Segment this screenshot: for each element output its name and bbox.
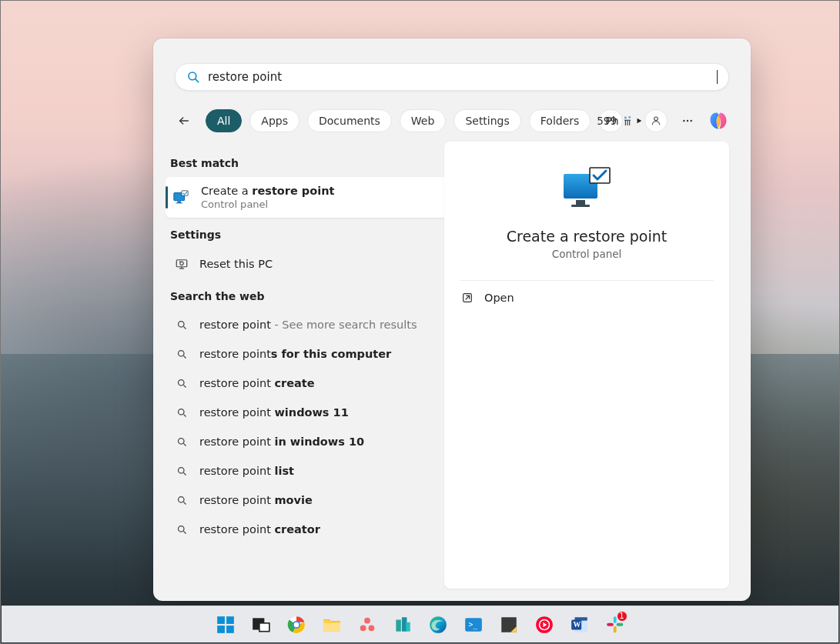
search-icon	[176, 524, 188, 536]
filter-chip-web[interactable]: Web	[400, 109, 447, 132]
svg-line-1	[196, 79, 199, 82]
search-icon	[176, 495, 188, 506]
svg-rect-12	[177, 201, 181, 202]
start-search-window: All Apps Documents Web Settings Folders …	[153, 38, 751, 601]
preview-open-action[interactable]: Open	[455, 281, 718, 315]
svg-line-39	[466, 295, 470, 299]
svg-rect-55	[406, 622, 410, 631]
filter-chip-documents[interactable]: Documents	[307, 109, 392, 132]
slack-badge: 1	[617, 611, 627, 622]
svg-rect-43	[226, 626, 234, 633]
text-cursor	[717, 70, 718, 84]
svg-point-50	[364, 617, 370, 623]
taskbar: >_ W 1	[2, 606, 838, 642]
more-icon	[681, 115, 694, 127]
svg-rect-45	[259, 622, 269, 631]
taskbar-app-asana[interactable]	[352, 609, 383, 640]
search-bar[interactable]	[175, 63, 729, 91]
svg-rect-49	[323, 622, 340, 631]
search-icon	[176, 349, 188, 360]
svg-line-31	[183, 502, 186, 504]
filter-chip-apps[interactable]: Apps	[249, 109, 300, 132]
more-button[interactable]	[678, 109, 697, 132]
svg-rect-15	[176, 260, 187, 267]
svg-rect-70	[613, 626, 616, 632]
svg-rect-42	[217, 626, 225, 633]
svg-line-23	[183, 385, 186, 387]
svg-rect-53	[396, 619, 401, 631]
svg-text:>_: >_	[468, 620, 477, 629]
notes-icon	[499, 615, 519, 635]
svg-line-21	[183, 355, 186, 358]
svg-rect-69	[616, 622, 623, 626]
rewards-points-value: 599	[597, 115, 617, 127]
svg-line-29	[183, 472, 186, 475]
preview-title: Create a restore point	[507, 228, 668, 245]
svg-point-6	[654, 117, 658, 121]
svg-point-22	[178, 379, 184, 385]
svg-rect-41	[226, 616, 234, 624]
back-button[interactable]	[175, 109, 193, 132]
svg-rect-71	[607, 622, 614, 626]
taskbar-app-terminal[interactable]: >_	[458, 609, 489, 640]
taskview-icon	[251, 615, 271, 635]
best-match-title: Create a restore point	[201, 185, 334, 197]
search-icon	[176, 436, 188, 448]
svg-point-8	[687, 120, 688, 122]
taskbar-file-explorer[interactable]	[316, 609, 347, 640]
taskbar-start-button[interactable]	[210, 609, 241, 640]
search-input[interactable]	[208, 70, 718, 84]
svg-point-48	[293, 622, 299, 627]
taskbar-edge[interactable]	[423, 609, 453, 640]
preview-subtitle: Control panel	[552, 248, 622, 260]
svg-line-25	[183, 414, 186, 416]
rewards-icon	[621, 115, 634, 127]
taskbar-task-view[interactable]	[246, 609, 276, 640]
account-button[interactable]	[644, 109, 668, 132]
asana-icon	[357, 615, 377, 635]
copilot-button[interactable]	[708, 110, 729, 132]
windows-icon	[216, 615, 236, 635]
svg-point-7	[683, 120, 684, 122]
svg-point-52	[368, 625, 374, 631]
svg-point-18	[178, 321, 184, 327]
svg-text:W: W	[573, 620, 581, 629]
preview-pane: Create a restore point Control panel Ope…	[444, 142, 729, 589]
svg-line-27	[183, 443, 186, 445]
svg-point-28	[178, 467, 184, 473]
svg-point-32	[178, 526, 184, 532]
svg-rect-68	[613, 616, 616, 623]
search-icon	[186, 70, 200, 84]
preview-icon	[562, 166, 611, 214]
filter-chip-settings[interactable]: Settings	[453, 109, 520, 132]
search-icon	[176, 378, 188, 389]
person-icon	[650, 115, 662, 127]
copilot-icon	[708, 110, 729, 132]
svg-rect-40	[217, 616, 225, 624]
taskbar-word[interactable]: W	[564, 609, 595, 640]
chrome-icon	[286, 615, 306, 635]
terminal-icon: >_	[464, 615, 484, 635]
svg-line-19	[183, 326, 186, 329]
svg-rect-13	[176, 202, 182, 203]
edge-icon	[428, 615, 448, 635]
word-icon: W	[570, 615, 590, 635]
taskbar-app-youtube-music[interactable]	[529, 609, 560, 640]
open-external-icon	[461, 292, 474, 304]
taskbar-chrome[interactable]	[281, 609, 312, 640]
preview-open-label: Open	[484, 292, 514, 304]
rewards-points[interactable]: 599	[597, 115, 634, 127]
best-match-subtitle: Control panel	[201, 199, 334, 210]
svg-point-9	[690, 120, 691, 122]
filter-chip-all[interactable]: All	[206, 109, 242, 132]
svg-point-5	[628, 116, 631, 118]
svg-point-20	[178, 350, 184, 356]
taskbar-app-buildings[interactable]	[387, 609, 418, 640]
taskbar-slack[interactable]: 1	[600, 609, 631, 640]
svg-line-33	[183, 531, 186, 533]
search-icon	[176, 465, 188, 477]
buildings-icon	[393, 615, 413, 635]
filter-chip-folders[interactable]: Folders	[529, 109, 591, 132]
taskbar-app-notes[interactable]	[494, 609, 524, 640]
monitor-check-icon	[172, 189, 189, 206]
